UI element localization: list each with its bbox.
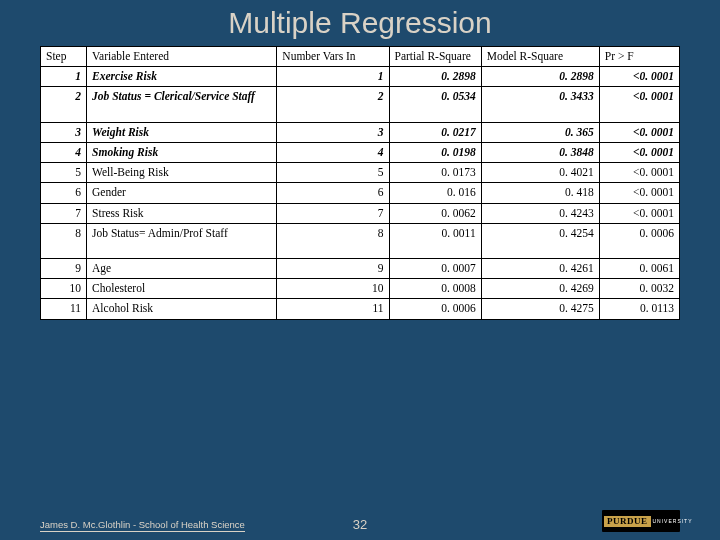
cell-nvars: 4 — [277, 142, 389, 162]
cell-step: 5 — [41, 163, 87, 183]
cell-prs: 0. 0008 — [389, 279, 481, 299]
cell-prs: 0. 0006 — [389, 299, 481, 319]
table-row: 5Well-Being Risk50. 01730. 4021<0. 0001 — [41, 163, 680, 183]
cell-step: 3 — [41, 122, 87, 142]
table-row: 3Weight Risk30. 02170. 365<0. 0001 — [41, 122, 680, 142]
col-step: Step — [41, 47, 87, 67]
cell-mrs: 0. 4254 — [481, 223, 599, 258]
cell-step: 4 — [41, 142, 87, 162]
cell-pr: <0. 0001 — [599, 203, 679, 223]
cell-pr: <0. 0001 — [599, 183, 679, 203]
cell-mrs: 0. 365 — [481, 122, 599, 142]
cell-nvars: 5 — [277, 163, 389, 183]
cell-pr: <0. 0001 — [599, 122, 679, 142]
cell-step: 2 — [41, 87, 87, 122]
slide: Multiple Regression Step Variable Entere… — [0, 0, 720, 540]
col-variable: Variable Entered — [87, 47, 277, 67]
table-row: 2Job Status = Clerical/Service Staff20. … — [41, 87, 680, 122]
cell-prs: 0. 0534 — [389, 87, 481, 122]
cell-step: 7 — [41, 203, 87, 223]
cell-mrs: 0. 4275 — [481, 299, 599, 319]
cell-mrs: 0. 4261 — [481, 258, 599, 278]
cell-pr: <0. 0001 — [599, 67, 679, 87]
footer: James D. Mc.Glothlin - School of Health … — [40, 512, 680, 532]
cell-step: 6 — [41, 183, 87, 203]
cell-var: Cholesterol — [87, 279, 277, 299]
cell-step: 8 — [41, 223, 87, 258]
col-mrs: Model R-Square — [481, 47, 599, 67]
cell-prs: 0. 0173 — [389, 163, 481, 183]
cell-var: Exercise Risk — [87, 67, 277, 87]
cell-step: 1 — [41, 67, 87, 87]
cell-step: 9 — [41, 258, 87, 278]
cell-nvars: 10 — [277, 279, 389, 299]
cell-prs: 0. 0007 — [389, 258, 481, 278]
cell-prs: 0. 0198 — [389, 142, 481, 162]
cell-nvars: 2 — [277, 87, 389, 122]
footer-page: 32 — [353, 517, 367, 532]
cell-var: Age — [87, 258, 277, 278]
cell-mrs: 0. 3848 — [481, 142, 599, 162]
cell-var: Alcohol Risk — [87, 299, 277, 319]
table-row: 4Smoking Risk40. 01980. 3848<0. 0001 — [41, 142, 680, 162]
cell-var: Gender — [87, 183, 277, 203]
cell-pr: 0. 0032 — [599, 279, 679, 299]
cell-pr: <0. 0001 — [599, 142, 679, 162]
cell-var: Smoking Risk — [87, 142, 277, 162]
table-row: 1Exercise Risk10. 28980. 2898<0. 0001 — [41, 67, 680, 87]
logo-text-secondary: UNIVERSITY — [653, 518, 693, 524]
cell-mrs: 0. 4021 — [481, 163, 599, 183]
cell-nvars: 6 — [277, 183, 389, 203]
table-row: 8Job Status= Admin/Prof Staff80. 00110. … — [41, 223, 680, 258]
cell-nvars: 11 — [277, 299, 389, 319]
cell-var: Stress Risk — [87, 203, 277, 223]
cell-nvars: 1 — [277, 67, 389, 87]
slide-title: Multiple Regression — [40, 6, 680, 40]
cell-var: Weight Risk — [87, 122, 277, 142]
footer-author: James D. Mc.Glothlin - School of Health … — [40, 519, 245, 532]
table-row: 7Stress Risk70. 00620. 4243<0. 0001 — [41, 203, 680, 223]
col-nvars: Number Vars In — [277, 47, 389, 67]
table-row: 9Age90. 00070. 42610. 0061 — [41, 258, 680, 278]
table-header-row: Step Variable Entered Number Vars In Par… — [41, 47, 680, 67]
purdue-logo: PURDUE UNIVERSITY — [602, 510, 680, 532]
cell-prs: 0. 0062 — [389, 203, 481, 223]
cell-prs: 0. 0011 — [389, 223, 481, 258]
cell-pr: <0. 0001 — [599, 87, 679, 122]
regression-table: Step Variable Entered Number Vars In Par… — [40, 46, 680, 320]
cell-var: Well-Being Risk — [87, 163, 277, 183]
cell-pr: <0. 0001 — [599, 163, 679, 183]
cell-mrs: 0. 2898 — [481, 67, 599, 87]
cell-prs: 0. 0217 — [389, 122, 481, 142]
logo-text-primary: PURDUE — [604, 516, 651, 527]
cell-step: 10 — [41, 279, 87, 299]
cell-prs: 0. 2898 — [389, 67, 481, 87]
cell-nvars: 3 — [277, 122, 389, 142]
cell-mrs: 0. 4243 — [481, 203, 599, 223]
cell-prs: 0. 016 — [389, 183, 481, 203]
cell-nvars: 8 — [277, 223, 389, 258]
col-prs: Partial R-Square — [389, 47, 481, 67]
col-pr: Pr > F — [599, 47, 679, 67]
cell-step: 11 — [41, 299, 87, 319]
cell-var: Job Status= Admin/Prof Staff — [87, 223, 277, 258]
cell-pr: 0. 0061 — [599, 258, 679, 278]
cell-pr: 0. 0006 — [599, 223, 679, 258]
table-row: 11Alcohol Risk110. 00060. 42750. 0113 — [41, 299, 680, 319]
cell-var: Job Status = Clerical/Service Staff — [87, 87, 277, 122]
table-row: 6Gender60. 0160. 418<0. 0001 — [41, 183, 680, 203]
cell-pr: 0. 0113 — [599, 299, 679, 319]
cell-mrs: 0. 4269 — [481, 279, 599, 299]
table-row: 10Cholesterol100. 00080. 42690. 0032 — [41, 279, 680, 299]
cell-nvars: 7 — [277, 203, 389, 223]
cell-nvars: 9 — [277, 258, 389, 278]
cell-mrs: 0. 3433 — [481, 87, 599, 122]
cell-mrs: 0. 418 — [481, 183, 599, 203]
